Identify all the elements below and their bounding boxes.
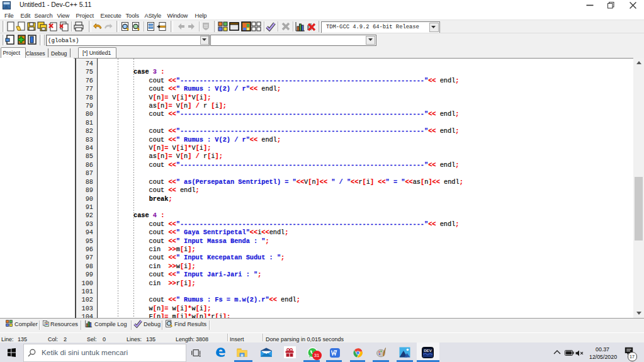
svg-text:DEV: DEV bbox=[424, 348, 432, 353]
